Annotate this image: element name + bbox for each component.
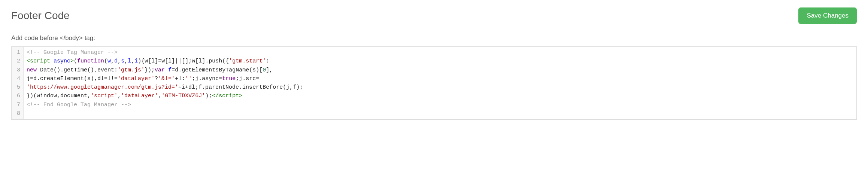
code-token: </script> [212,93,242,99]
code-line: j=d.createElement(s),dl=l!='dataLayer'?'… [27,74,853,83]
code-token: , [158,93,161,99]
code-token: <script [27,58,54,64]
code-token: var [155,67,165,73]
code-line: <!-- End Google Tag Manager --> [27,101,853,109]
code-token: '' [185,76,192,82]
code-token: async [54,58,70,64]
code-token: 'https://www.googletagmanager.com/gtm.js… [27,84,178,91]
code-token: <!-- End Google Tag Manager --> [27,102,131,108]
code-token: , [118,93,121,99]
code-editor[interactable]: 1 2 3 4 5 6 7 8 <!-- Google Tag Manager … [11,46,857,120]
code-gutter: 1 2 3 4 5 6 7 8 [12,47,24,119]
header-row: Footer Code Save Changes [11,7,857,24]
code-token: +l: [175,76,185,82]
code-line: })(window,document,'script','dataLayer',… [27,92,853,100]
code-token: 0 [262,67,266,73]
code-token: 'dataLayer' [121,93,158,99]
code-token: }); [145,67,155,73]
code-token: 'gtm.start' [229,58,266,64]
code-token: : [266,58,269,64]
code-token: function [77,58,104,64]
field-label: Add code before </body> tag: [11,34,857,42]
code-token: 'gtm.js' [118,67,145,73]
code-token: 'dataLayer' [118,76,155,82]
code-token: =d.getElementsByTagName(s)[ [172,67,262,73]
code-token: true [222,76,236,82]
code-token: ;j.async= [192,76,222,82]
code-token: , [118,58,121,64]
code-line [27,109,853,118]
code-token: s [121,58,124,64]
code-token: +i+dl;f.parentNode.insertBefore(j,f); [178,84,303,91]
code-token: <!-- Google Tag Manager --> [27,49,118,56]
code-token: ){w[l]=w[l]||[];w[l].push({ [138,58,229,64]
code-line: <!-- Google Tag Manager --> [27,48,853,57]
code-token: d [114,58,118,64]
code-token: ); [205,93,212,99]
code-token [165,67,168,73]
code-token: })(window,document, [27,93,91,99]
code-token: , [131,58,134,64]
save-button[interactable]: Save Changes [798,7,857,24]
code-token: ( [74,58,77,64]
code-body[interactable]: <!-- Google Tag Manager --><script async… [24,47,856,119]
code-token: j=d.createElement(s),dl=l!= [27,76,118,82]
code-token: l [128,58,131,64]
code-line: new Date().getTime(),event:'gtm.js'});va… [27,66,853,74]
code-line: <script async>(function(w,d,s,l,i){w[l]=… [27,57,853,65]
code-token: 'GTM-TDXVZ6J' [161,93,205,99]
code-token: ( [104,58,107,64]
code-token: '&l=' [158,76,175,82]
code-token: > [70,58,74,64]
code-token: w [107,58,111,64]
code-line: 'https://www.googletagmanager.com/gtm.js… [27,83,853,92]
code-token: , [124,58,128,64]
code-token: f [168,67,172,73]
code-token: ? [155,76,158,82]
code-token: new [27,67,37,73]
code-token: ], [266,67,273,73]
code-token: 'script' [91,93,118,99]
code-token: , [111,58,114,64]
code-token: Date().getTime(),event: [37,67,118,73]
code-token: ;j.src= [236,76,259,82]
page-title: Footer Code [11,10,70,22]
code-token: i [134,58,138,64]
